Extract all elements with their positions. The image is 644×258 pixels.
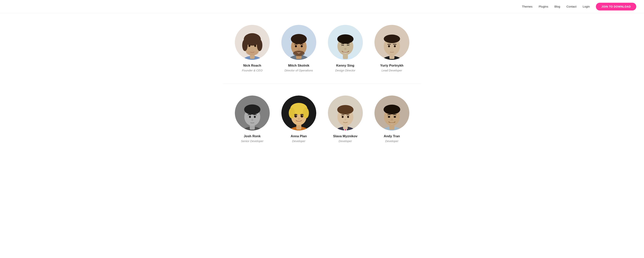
member-role-anna-plan: Developer (292, 139, 305, 143)
svg-point-14 (291, 34, 307, 44)
team-member-andy-tran: Andy TranDeveloper (374, 96, 409, 143)
svg-point-31 (394, 45, 396, 47)
member-role-kenny-sing: Design Director (335, 69, 355, 72)
team-section: Nick RoachFounder & CEO Mitch Skoln (216, 13, 429, 166)
svg-point-46 (303, 108, 309, 118)
nav-login[interactable]: Login (583, 5, 590, 8)
member-role-slava-myznikov: Developer (338, 139, 352, 143)
member-name-mitch-skolnik: Mitch Skolnik (288, 64, 310, 68)
svg-point-23 (337, 34, 354, 44)
team-row-1: Nick RoachFounder & CEO Mitch Skoln (223, 25, 421, 72)
svg-point-38 (254, 116, 256, 118)
svg-point-45 (289, 108, 295, 118)
svg-point-50 (302, 115, 303, 116)
svg-point-51 (298, 118, 300, 120)
svg-point-48 (300, 115, 303, 117)
nav-themes[interactable]: Themes (522, 5, 532, 8)
member-name-josh-ronk: Josh Ronk (244, 134, 261, 138)
member-name-andy-tran: Andy Tran (384, 134, 400, 138)
svg-point-60 (347, 116, 349, 118)
avatar-nick-roach (235, 25, 270, 60)
svg-point-37 (249, 116, 251, 118)
member-name-kenny-sing: Kenny Sing (336, 64, 354, 68)
nav-blog[interactable]: Blog (554, 5, 560, 8)
member-role-nick-roach: Founder & CEO (242, 69, 262, 72)
avatar-yuriy-portnykh (374, 25, 409, 60)
svg-point-5 (242, 39, 248, 51)
team-member-kenny-sing: Kenny SingDesign Director (328, 25, 363, 72)
member-name-nick-roach: Nick Roach (243, 64, 261, 68)
svg-point-66 (384, 105, 400, 114)
section-divider (223, 84, 421, 84)
member-role-yuriy-portnykh: Lead Developer (382, 69, 402, 72)
team-member-josh-ronk: Josh RonkSenior Developer (235, 96, 270, 143)
avatar-kenny-sing (328, 25, 363, 60)
svg-point-30 (388, 45, 390, 47)
svg-point-61 (344, 119, 346, 120)
svg-point-69 (391, 119, 393, 121)
team-row-2: Josh RonkSenior Developer (223, 96, 421, 143)
avatar-anna-plan (281, 96, 316, 130)
avatar-andy-tran (374, 96, 409, 130)
svg-point-36 (244, 104, 260, 115)
svg-point-16 (295, 45, 297, 47)
svg-point-29 (384, 35, 400, 43)
svg-point-67 (388, 116, 390, 118)
svg-point-9 (246, 51, 258, 55)
svg-point-39 (251, 119, 253, 121)
member-name-slava-myznikov: Slava Myznikov (333, 134, 358, 138)
member-role-andy-tran: Developer (385, 139, 398, 143)
nav-links: Themes Plugins Blog Contact Login JOIN T… (522, 3, 636, 11)
avatar-mitch-skolnik (281, 25, 316, 60)
navbar: Themes Plugins Blog Contact Login JOIN T… (0, 0, 644, 13)
svg-point-6 (257, 39, 262, 51)
svg-point-8 (254, 45, 256, 47)
nav-plugins[interactable]: Plugins (539, 5, 548, 8)
svg-point-59 (342, 116, 344, 118)
svg-point-47 (294, 115, 297, 117)
team-member-nick-roach: Nick RoachFounder & CEO (235, 25, 270, 72)
member-role-mitch-skolnik: Director of Operations (284, 69, 313, 72)
member-role-josh-ronk: Senior Developer (241, 139, 264, 143)
svg-point-58 (337, 105, 354, 114)
svg-point-15 (293, 51, 305, 56)
team-member-slava-myznikov: Slava MyznikovDeveloper (328, 96, 363, 143)
svg-point-49 (296, 115, 296, 116)
avatar-slava-myznikov (328, 96, 363, 130)
member-name-anna-plan: Anna Plan (291, 134, 307, 138)
avatar-josh-ronk (235, 96, 270, 130)
svg-point-7 (248, 45, 250, 47)
svg-point-18 (298, 49, 300, 50)
svg-point-68 (394, 116, 396, 118)
team-member-mitch-skolnik: Mitch SkolnikDirector of Operations (281, 25, 316, 72)
svg-point-24 (344, 48, 346, 50)
nav-contact[interactable]: Contact (566, 5, 576, 8)
team-member-yuriy-portnykh: Yuriy PortnykhLead Developer (374, 25, 409, 72)
join-download-button[interactable]: JOIN TO DOWNLOAD (596, 3, 636, 11)
member-name-yuriy-portnykh: Yuriy Portnykh (380, 64, 404, 68)
team-member-anna-plan: Anna PlanDeveloper (281, 96, 316, 143)
svg-point-17 (301, 45, 303, 47)
